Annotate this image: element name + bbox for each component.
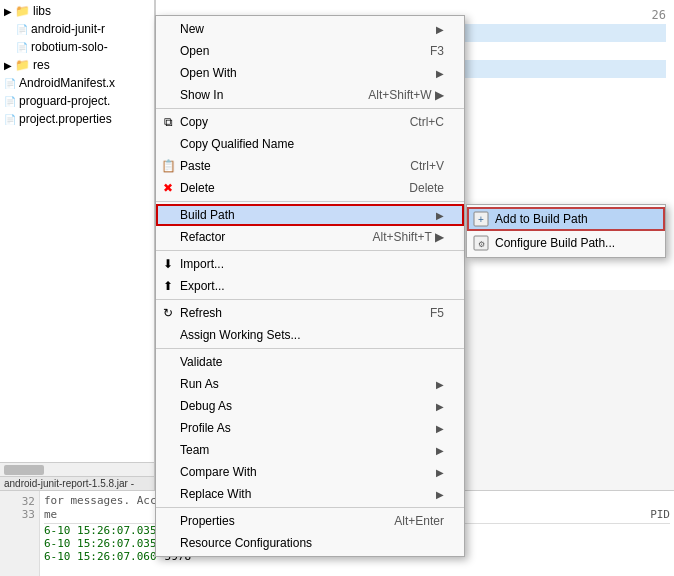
menu-item-refactor[interactable]: Refactor Alt+Shift+T ▶ [156,226,464,248]
separator-1 [156,108,464,109]
export-icon: ⬆ [160,278,176,294]
menu-item-paste[interactable]: 📋 Paste Ctrl+V [156,155,464,177]
menu-item-replace-with[interactable]: Replace With ▶ [156,483,464,505]
refresh-icon: ↻ [160,305,176,321]
configure-build-path-icon: ⚙ [471,235,491,251]
submenu-arrow-debug-as: ▶ [436,401,444,412]
submenu-arrow-run-as: ▶ [436,379,444,390]
menu-item-properties[interactable]: Properties Alt+Enter [156,510,464,532]
svg-text:+: + [478,214,484,225]
paste-icon: 📋 [160,158,176,174]
add-build-path-icon: + [471,211,491,227]
submenu-arrow-replace-with: ▶ [436,489,444,500]
separator-2 [156,201,464,202]
tree-item-robotium[interactable]: 📄 robotium-solo- [0,38,154,56]
menu-item-new[interactable]: New ▶ [156,18,464,40]
submenu-arrow-open-with: ▶ [436,68,444,79]
menu-item-refresh[interactable]: ↻ Refresh F5 [156,302,464,324]
menu-item-debug-as[interactable]: Debug As ▶ [156,395,464,417]
menu-item-copy-qualified[interactable]: Copy Qualified Name [156,133,464,155]
separator-4 [156,299,464,300]
import-icon: ⬇ [160,256,176,272]
submenu-item-configure-build-path[interactable]: ⚙ Configure Build Path... [467,231,665,255]
build-path-submenu: + Add to Build Path ⚙ Configure Build Pa… [466,204,666,258]
menu-item-assign-working-sets[interactable]: Assign Working Sets... [156,324,464,346]
tree-status-bar: android-junit-report-1.5.8.jar - [0,476,155,490]
menu-item-compare-with[interactable]: Compare With ▶ [156,461,464,483]
submenu-arrow-new: ▶ [436,24,444,35]
separator-5 [156,348,464,349]
line-number-33: 33 [0,508,35,521]
menu-item-copy[interactable]: ⧉ Copy Ctrl+C [156,111,464,133]
menu-item-show-in[interactable]: Show In Alt+Shift+W ▶ [156,84,464,106]
menu-item-run-as[interactable]: Run As ▶ [156,373,464,395]
delete-icon: ✖ [160,180,176,196]
tree-item-libs[interactable]: ▶ 📁 libs [0,2,154,20]
separator-3 [156,250,464,251]
menu-item-team[interactable]: Team ▶ [156,439,464,461]
submenu-arrow-build-path: ▶ [436,210,444,221]
tree-item-res[interactable]: ▶ 📁 res [0,56,154,74]
line-number-32: 32 [0,495,35,508]
separator-6 [156,507,464,508]
menu-item-open-with[interactable]: Open With ▶ [156,62,464,84]
menu-item-import[interactable]: ⬇ Import... [156,253,464,275]
svg-text:⚙: ⚙ [478,240,485,249]
scrollbar-thumb[interactable] [4,465,44,475]
menu-item-open[interactable]: Open F3 [156,40,464,62]
submenu-arrow-compare-with: ▶ [436,467,444,478]
menu-item-resource-configs[interactable]: Resource Configurations [156,532,464,554]
menu-item-build-path[interactable]: Build Path ▶ + Add to Build Path [156,204,464,226]
menu-item-export[interactable]: ⬆ Export... [156,275,464,297]
tree-item-junit[interactable]: 📄 android-junit-r [0,20,154,38]
submenu-arrow-profile-as: ▶ [436,423,444,434]
folder-icon-res: ▶ [4,60,12,71]
tree-scrollbar[interactable] [0,462,155,476]
context-menu: New ▶ Open F3 Open With ▶ Show In Alt+Sh… [155,15,465,557]
menu-item-validate[interactable]: Validate [156,351,464,373]
file-tree: ▶ 📁 libs 📄 android-junit-r 📄 robotium-so… [0,0,155,490]
submenu-arrow-team: ▶ [436,445,444,456]
menu-item-profile-as[interactable]: Profile As ▶ [156,417,464,439]
submenu-item-add-build-path[interactable]: + Add to Build Path [467,207,665,231]
folder-icon: ▶ [4,6,12,17]
tree-item-project-props[interactable]: 📄 project.properties [0,110,154,128]
tree-item-manifest[interactable]: 📄 AndroidManifest.x [0,74,154,92]
menu-item-delete[interactable]: ✖ Delete Delete [156,177,464,199]
copy-icon: ⧉ [160,114,176,130]
tree-item-proguard[interactable]: 📄 proguard-project. [0,92,154,110]
